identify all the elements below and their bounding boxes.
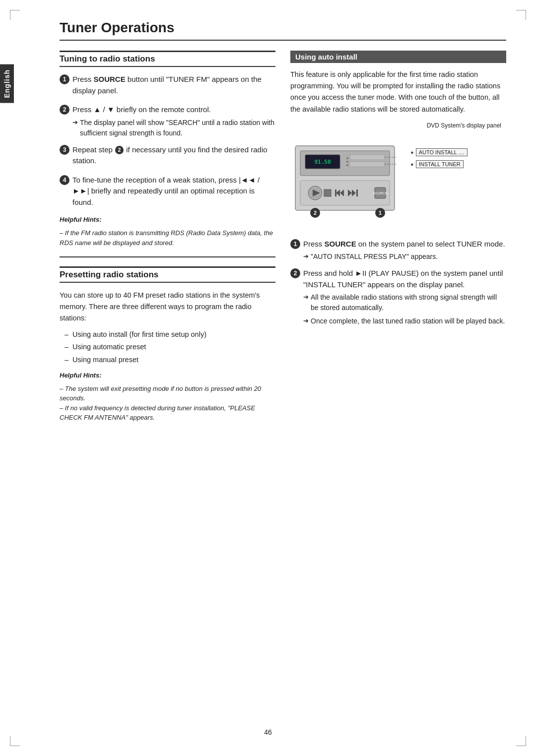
step-1: 1 Press SOURCE button until "TUNER FM" a… — [60, 74, 275, 98]
section-heading-auto-install: Using auto install — [290, 51, 506, 63]
section-divider-1 — [60, 256, 275, 257]
step-4-text: To fine-tune the reception of a weak sta… — [72, 175, 275, 208]
svg-text:91.50: 91.50 — [314, 159, 331, 165]
helpful-title-2: Helpful Hints: — [60, 372, 275, 379]
right-step-2-note-1: ➔ All the available radio stations with … — [303, 292, 506, 313]
auto-install-intro: This feature is only applicable for the … — [290, 69, 506, 115]
arrow-icon-r1: ➔ — [303, 252, 309, 261]
step-num-1: 1 — [60, 74, 69, 84]
step-3-text: Repeat step 2 if necessary until you fin… — [72, 144, 275, 167]
svg-text:2: 2 — [314, 210, 317, 216]
right-step-1-note: ➔ "AUTO INSTALL PRESS PLAY" appears. — [303, 252, 506, 262]
circle-2-inline: 2 — [115, 146, 124, 154]
device-wrapper: 91.50 — [290, 131, 506, 232]
left-column: Tuning to radio stations 1 Press SOURCE … — [60, 51, 275, 428]
list-item: Using auto install (for first time setup… — [65, 329, 275, 340]
panel-labels: ● AUTO INSTALL .... ● INSTALL TUNER — [410, 148, 468, 168]
auto-install-label: AUTO INSTALL .... — [416, 148, 468, 156]
list-item: Using manual preset — [65, 355, 275, 366]
device-label: DVD System's display panel — [290, 122, 501, 129]
arrow-icon-r2a: ➔ — [303, 292, 309, 302]
right-step-2-note-2-text: Once complete, the last tuned radio stat… — [311, 316, 505, 326]
arrow-icon-r2b: ➔ — [303, 316, 309, 326]
helpful-hints-1-text: – If the FM radio station is transmittin… — [60, 228, 275, 248]
right-step-2-note-2: ➔ Once complete, the last tuned radio st… — [303, 316, 506, 326]
step-1-text: Press SOURCE button until "TUNER FM" app… — [72, 74, 275, 96]
install-tuner-label: INSTALL TUNER — [416, 160, 464, 168]
step-num-4: 4 — [60, 175, 69, 185]
right-step-num-1: 1 — [290, 239, 300, 249]
right-step-1-text: Press SOURCE on the system panel to sele… — [303, 239, 506, 250]
svg-point-6 — [346, 164, 348, 166]
page-title: Tuner Operations — [60, 20, 506, 41]
right-step-num-2: 2 — [290, 268, 300, 278]
presetting-bullet-list: Using auto install (for first time setup… — [60, 329, 275, 366]
label-line-2: ● INSTALL TUNER — [410, 160, 468, 168]
device-svg: 91.50 — [290, 131, 404, 232]
list-item: Using automatic preset — [65, 342, 275, 353]
svg-point-5 — [346, 161, 348, 163]
step-3: 3 Repeat step 2 if necessary until you f… — [60, 144, 275, 169]
right-step-2-note-1-text: All the available radio stations with st… — [311, 292, 506, 313]
svg-point-4 — [346, 157, 348, 159]
section-heading-presetting: Presetting radio stations — [60, 266, 275, 283]
presetting-intro: You can store up to 40 FM preset radio s… — [60, 290, 275, 324]
step-2-note: ➔ The display panel will show "SEARCH" u… — [72, 118, 275, 138]
helpful-hints-1: Helpful Hints: – If the FM radio station… — [60, 216, 275, 248]
helpful-hints-2: Helpful Hints: – The system will exit pr… — [60, 372, 275, 423]
step-2-text: Press ▲ / ▼ briefly on the remote contro… — [72, 104, 275, 116]
helpful-hints-2-text: – The system will exit presetting mode i… — [60, 384, 275, 423]
right-step-2: 2 Press and hold ►II (PLAY PAUSE) on the… — [290, 268, 506, 326]
arrow-icon: ➔ — [72, 118, 78, 127]
svg-text:SOURCE: SOURCE — [373, 191, 388, 195]
svg-rect-8 — [350, 162, 385, 167]
step-2: 2 Press ▲ / ▼ briefly on the remote cont… — [60, 104, 275, 138]
step-num-3: 3 — [60, 145, 69, 155]
section-heading-tuning: Tuning to radio stations — [60, 51, 275, 67]
step-2-note-text: The display panel will show "SEARCH" unt… — [80, 118, 275, 138]
device-illustration: DVD System's display panel 9 — [290, 122, 506, 232]
right-step-2-text: Press and hold ►II (PLAY PAUSE) on the s… — [303, 268, 506, 290]
page-number: 46 — [0, 728, 536, 736]
svg-rect-15 — [335, 189, 336, 196]
step-4: 4 To fine-tune the reception of a weak s… — [60, 175, 275, 210]
right-column: Using auto install This feature is only … — [290, 51, 506, 428]
svg-rect-18 — [356, 189, 358, 196]
right-step-1: 1 Press SOURCE on the system panel to se… — [290, 239, 506, 262]
svg-text:1: 1 — [379, 210, 382, 216]
svg-rect-12 — [324, 189, 331, 196]
svg-rect-7 — [350, 155, 385, 160]
right-step-1-note-text: "AUTO INSTALL PRESS PLAY" appears. — [311, 252, 438, 262]
helpful-title-1: Helpful Hints: — [60, 216, 275, 223]
label-line-1: ● AUTO INSTALL .... — [410, 148, 468, 156]
step-num-2: 2 — [60, 105, 69, 115]
